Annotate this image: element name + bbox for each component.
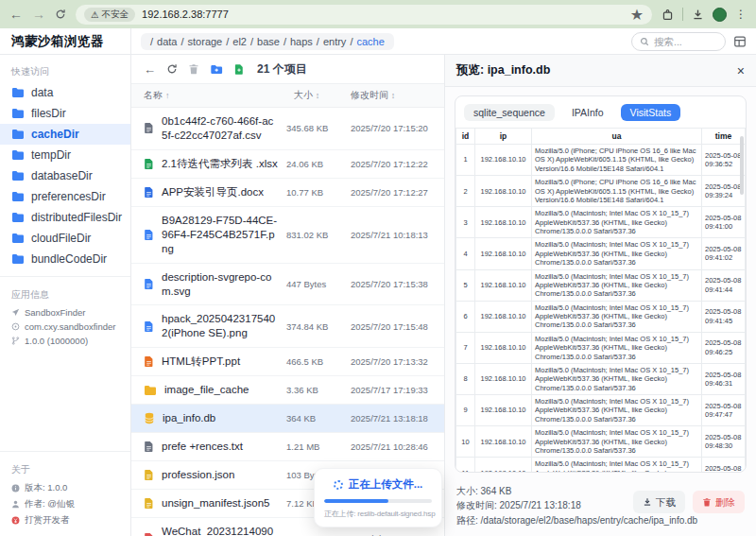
- delete-button[interactable]: 删除: [693, 491, 745, 513]
- sidebar-item-cloudFileDir[interactable]: cloudFileDir: [0, 228, 130, 249]
- breadcrumb-segment[interactable]: el2: [232, 36, 247, 47]
- preview-table-wrap[interactable]: idipuatime 1192.168.10.10Mozilla/5.0 (iP…: [455, 128, 746, 472]
- bookmark-star-icon[interactable]: ★: [630, 6, 644, 24]
- upload-toast-subtitle: 正在上传: reslib-default-signed.hsp: [324, 509, 432, 519]
- search-box[interactable]: [631, 32, 726, 51]
- donate-icon: [11, 516, 20, 525]
- breadcrumb-segment[interactable]: base: [257, 36, 280, 47]
- breadcrumb-segment[interactable]: haps: [290, 36, 313, 47]
- cell-ua: Mozilla/5.0 (Macintosh; Intel Mac OS X 1…: [532, 363, 702, 394]
- package-icon: [11, 322, 20, 331]
- column-size[interactable]: 大小: [294, 90, 313, 100]
- folder-icon: [11, 233, 25, 244]
- author-icon: [11, 500, 20, 509]
- cell-time: 2025-05-08 09:41:00: [702, 207, 746, 238]
- breadcrumb-separator: /: [180, 36, 183, 47]
- browser-actions: ⋮: [662, 8, 747, 22]
- folder-icon: [11, 129, 25, 140]
- sidebar-item-databaseDir[interactable]: databaseDir: [0, 165, 130, 186]
- breadcrumb-segment[interactable]: data: [157, 36, 177, 47]
- breadcrumb-separator: /: [350, 36, 352, 47]
- table-row[interactable]: 0b1c44f2-c760-466f-ac5f-c22cc47027af.csv…: [131, 108, 444, 150]
- table-row[interactable]: hpack_20250423175402(iPhone SE).png374.8…: [131, 305, 444, 348]
- browser-menu-icon[interactable]: ⋮: [735, 8, 747, 21]
- table-row[interactable]: 2.1待迭代需求列表 .xlsx24.06 KB2025/7/20 17:12:…: [131, 150, 444, 179]
- xlsx-file-icon: [144, 158, 154, 170]
- cell-ua: Mozilla/5.0 (Macintosh; Intel Mac OS X 1…: [532, 458, 702, 472]
- address-bar[interactable]: ⚠ 不安全 192.168.2.38:7777 ★: [76, 5, 652, 25]
- divider: [682, 8, 683, 21]
- file-size: 364 KB: [286, 413, 343, 424]
- sidebar-item-bundleCodeDir[interactable]: bundleCodeDir: [0, 249, 130, 269]
- upload-file-icon[interactable]: [233, 63, 245, 76]
- file-size: 24.06 KB: [286, 159, 343, 169]
- folder-icon: [11, 149, 25, 161]
- cell-ip: 192.168.10.10: [475, 207, 532, 238]
- breadcrumb-segment[interactable]: storage: [188, 36, 223, 47]
- column-time[interactable]: 修改时间: [351, 90, 388, 100]
- sidebar-item-cacheDir[interactable]: cacheDir: [0, 124, 130, 145]
- tab-IPAInfo[interactable]: IPAInfo: [562, 104, 613, 121]
- table-row[interactable]: ipa_info.db364 KB2025/7/21 13:18:18: [131, 405, 444, 433]
- refresh-icon[interactable]: [166, 63, 178, 75]
- sort-icon[interactable]: ↕: [391, 91, 396, 100]
- folder-icon: [11, 108, 25, 119]
- downloads-icon[interactable]: [692, 9, 704, 21]
- sidebar-item-data[interactable]: data: [0, 82, 130, 103]
- browser-back-icon[interactable]: ←: [9, 8, 23, 21]
- meta-label: 1.0.0 (1000000): [25, 336, 88, 346]
- app-title-cell: 鸿蒙沙箱浏览器: [0, 28, 131, 54]
- search-input[interactable]: [654, 36, 717, 47]
- cell-id: 4: [456, 238, 475, 269]
- meta-row[interactable]: 打赏开发者: [0, 512, 130, 528]
- view-grid-icon[interactable]: [733, 35, 747, 48]
- extensions-icon[interactable]: [662, 9, 674, 21]
- browser-refresh-icon[interactable]: [55, 9, 66, 20]
- back-icon[interactable]: ←: [144, 62, 156, 77]
- table-row[interactable]: description-svgrepo-com.svg447 Bytes2025…: [131, 264, 444, 306]
- sort-icon[interactable]: ↕: [316, 91, 320, 100]
- file-path-line: 路径: /data/storage/el2/base/haps/entry/ca…: [456, 513, 745, 528]
- breadcrumb-segment[interactable]: cache: [356, 36, 384, 47]
- sidebar-item-distributedFilesDir[interactable]: distributedFilesDir: [0, 207, 130, 228]
- new-folder-icon[interactable]: [210, 63, 223, 76]
- scrollbar-thumb[interactable]: [740, 136, 744, 195]
- url-text[interactable]: 192.168.2.38:7777: [142, 9, 229, 20]
- table-row[interactable]: B9A28129-F75D-44CE-96F4-F245C4B2571F.png…: [131, 207, 444, 264]
- close-icon[interactable]: ×: [737, 64, 745, 78]
- meta-row: com.cxy.sandboxfinder: [0, 320, 130, 334]
- breadcrumb-segment[interactable]: entry: [323, 36, 346, 47]
- meta-row: 作者: @仙银: [0, 496, 130, 512]
- file-size: 1.21 MB: [286, 441, 343, 452]
- sort-asc-icon[interactable]: ↑: [165, 91, 170, 100]
- breadcrumb-separator: /: [250, 36, 253, 47]
- divider: [0, 451, 130, 452]
- file-name: 0b1c44f2-c760-466f-ac5f-c22cc47027af.csv: [162, 114, 279, 143]
- table-row[interactable]: HTML转PPT.ppt466.5 KB2025/7/20 17:13:32: [131, 348, 444, 376]
- column-name[interactable]: 名称: [144, 89, 163, 102]
- page-title: 鸿蒙沙箱浏览器: [11, 33, 104, 50]
- browser-chrome: ← → ⚠ 不安全 192.168.2.38:7777 ★ ⋮: [0, 0, 756, 28]
- cell-id: 8: [456, 363, 475, 394]
- table-row[interactable]: APP安装引导页.docx10.77 KB2025/7/20 17:12:27: [131, 179, 444, 207]
- tab-VisitStats[interactable]: VisitStats: [621, 104, 681, 121]
- file-size: 345.68 KB: [286, 123, 343, 133]
- tab-sqlite_sequence[interactable]: sqlite_sequence: [464, 104, 555, 121]
- profile-avatar[interactable]: [713, 8, 727, 22]
- cell-ip: 192.168.10.10: [475, 145, 532, 176]
- sidebar-item-preferencesDir[interactable]: preferencesDir: [0, 186, 130, 207]
- download-button[interactable]: 下载: [633, 491, 685, 513]
- file-name: profession.json: [162, 468, 279, 482]
- browser-forward-icon[interactable]: →: [32, 8, 45, 21]
- file-time: 2025/7/20 17:12:27: [351, 187, 432, 198]
- security-badge[interactable]: ⚠ 不安全: [84, 8, 135, 22]
- delete-trash-icon[interactable]: [188, 63, 199, 75]
- folder-icon: [144, 385, 157, 396]
- sidebar-item-filesDir[interactable]: filesDir: [0, 103, 130, 124]
- sidebar-item-tempDir[interactable]: tempDir: [0, 145, 130, 165]
- download-label: 下载: [656, 494, 676, 510]
- table-row[interactable]: prefe +rences.txt1.21 MB2025/7/21 10:28:…: [131, 433, 444, 461]
- cell-time: 2025-05-08 09:41:45: [702, 301, 746, 332]
- table-row[interactable]: image_file_cache3.36 KB2025/7/17 17:19:3…: [131, 376, 444, 405]
- png-file-icon: [144, 229, 154, 241]
